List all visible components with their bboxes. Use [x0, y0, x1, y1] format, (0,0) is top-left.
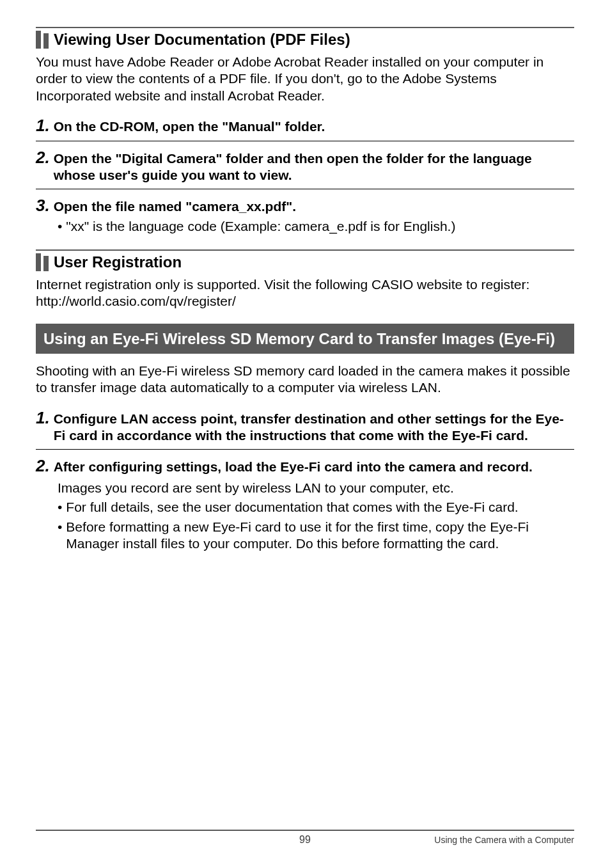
- section-heading-eyefi: Using an Eye-Fi Wireless SD Memory Card …: [36, 324, 574, 354]
- divider: [36, 141, 574, 141]
- heading-bar-icon: [36, 31, 41, 49]
- page-footer: 99 Using the Camera with a Computer: [36, 830, 574, 845]
- step-1: 1. On the CD-ROM, open the "Manual" fold…: [36, 116, 574, 141]
- bullet-text: Before formatting a new Eye-Fi card to u…: [66, 519, 574, 553]
- step-sub-bullet: • Before formatting a new Eye-Fi card to…: [58, 519, 574, 553]
- registration-url: http://world.casio.com/qv/register/: [36, 293, 574, 310]
- bullet-dot-icon: •: [58, 218, 62, 235]
- bullet-dot-icon: •: [58, 499, 62, 516]
- registration-paragraph: Internet registration only is supported.…: [36, 276, 574, 293]
- divider: [36, 27, 574, 28]
- bullet-dot-icon: •: [58, 519, 62, 535]
- step-number: 2.: [36, 456, 50, 476]
- heading-bar-icon: [43, 33, 49, 49]
- heading-bar-icon: [43, 256, 49, 271]
- intro-paragraph: You must have Adobe Reader or Adobe Acro…: [36, 54, 574, 104]
- heading-bar-icon: [36, 253, 41, 271]
- step-2: 2. Open the "Digital Camera" folder and …: [36, 148, 574, 190]
- step-number: 2.: [36, 148, 50, 168]
- divider: [36, 830, 574, 831]
- page: Viewing User Documentation (PDF Files) Y…: [0, 0, 610, 868]
- divider: [36, 449, 574, 450]
- eyefi-step-1: 1. Configure LAN access point, transfer …: [36, 408, 574, 450]
- step-sub-bullet: • For full details, see the user documen…: [58, 499, 574, 516]
- bullet-text: "xx" is the language code (Example: came…: [66, 218, 455, 235]
- step-sub-bullet: • "xx" is the language code (Example: ca…: [58, 218, 574, 235]
- step-text: On the CD-ROM, open the "Manual" folder.: [54, 118, 325, 135]
- divider: [36, 249, 574, 251]
- divider: [36, 189, 574, 189]
- step-text: Configure LAN access point, transfer des…: [54, 411, 574, 445]
- section-heading-user-registration: User Registration: [36, 253, 574, 271]
- step-number: 3.: [36, 196, 50, 216]
- step-after-text: Images you record are sent by wireless L…: [36, 480, 574, 496]
- step-number: 1.: [36, 408, 50, 428]
- step-text: Open the "Digital Camera" folder and the…: [54, 150, 574, 184]
- page-number: 99: [36, 834, 574, 846]
- section-heading-viewing-docs: Viewing User Documentation (PDF Files): [36, 31, 574, 49]
- eyefi-step-2: 2. After configuring settings, load the …: [36, 456, 574, 552]
- step-number: 1.: [36, 116, 50, 136]
- bullet-text: For full details, see the user documenta…: [66, 499, 518, 516]
- heading-text: Viewing User Documentation (PDF Files): [54, 31, 350, 49]
- heading-text: User Registration: [54, 253, 182, 271]
- eyefi-intro: Shooting with an Eye-Fi wireless SD memo…: [36, 363, 574, 397]
- step-text: After configuring settings, load the Eye…: [54, 459, 533, 475]
- step-3: 3. Open the file named "camera_xx.pdf". …: [36, 196, 574, 235]
- step-text: Open the file named "camera_xx.pdf".: [54, 198, 296, 215]
